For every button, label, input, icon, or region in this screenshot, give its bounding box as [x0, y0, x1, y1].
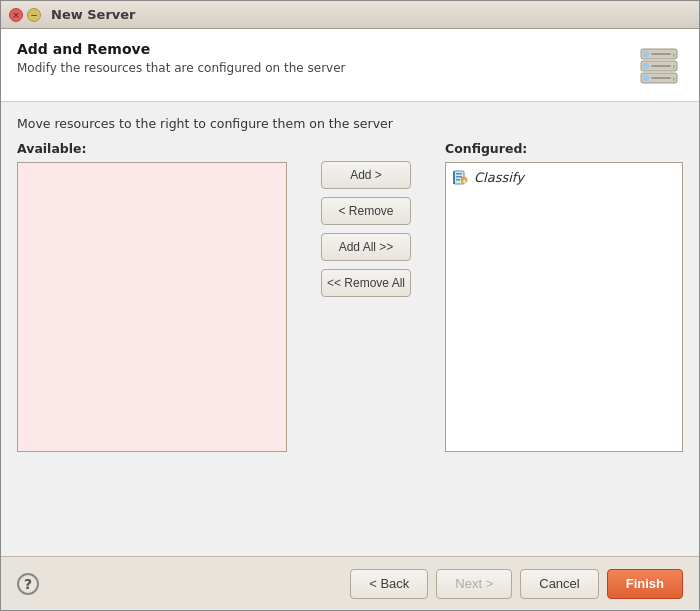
remove-button[interactable]: < Remove [321, 197, 411, 225]
minimize-icon: − [30, 10, 38, 20]
cancel-button[interactable]: Cancel [520, 569, 598, 599]
new-server-dialog: × − New Server Add and Remove Modify the… [0, 0, 700, 611]
instructions-text: Move resources to the right to configure… [17, 116, 683, 131]
panels-row: Available: Add > < Remove Add All >> << … [17, 141, 683, 542]
next-button[interactable]: Next > [436, 569, 512, 599]
help-button[interactable]: ? [17, 573, 39, 595]
svg-rect-7 [673, 65, 675, 69]
footer-left: ? [17, 573, 39, 595]
close-button[interactable]: × [9, 8, 23, 22]
server-icon [635, 41, 683, 89]
minimize-button[interactable]: − [27, 8, 41, 22]
svg-rect-2 [651, 53, 671, 55]
svg-rect-10 [651, 77, 671, 79]
available-list[interactable] [17, 162, 287, 452]
content-area: Move resources to the right to configure… [1, 102, 699, 556]
svg-rect-15 [456, 179, 460, 181]
resource-icon: ★ [452, 169, 468, 185]
help-icon: ? [24, 576, 32, 592]
add-button[interactable]: Add > [321, 161, 411, 189]
titlebar: × − New Server [1, 1, 699, 29]
finish-button[interactable]: Finish [607, 569, 683, 599]
configured-list[interactable]: ★ Classify [445, 162, 683, 452]
remove-all-button[interactable]: << Remove All [321, 269, 411, 297]
close-icon: × [12, 10, 20, 20]
svg-rect-6 [651, 65, 671, 67]
svg-rect-13 [456, 173, 462, 175]
header-section: Add and Remove Modify the resources that… [1, 29, 699, 102]
svg-rect-3 [673, 53, 675, 57]
configured-item: ★ Classify [452, 167, 676, 187]
configured-label: Configured: [445, 141, 683, 156]
window-title: New Server [51, 7, 136, 22]
middle-buttons: Add > < Remove Add All >> << Remove All [287, 141, 445, 297]
svg-rect-1 [643, 51, 649, 57]
window-controls: × − [9, 8, 41, 22]
svg-rect-16 [453, 171, 455, 184]
available-panel: Available: [17, 141, 287, 452]
svg-rect-11 [673, 77, 675, 81]
svg-rect-5 [643, 63, 649, 69]
svg-text:★: ★ [462, 178, 467, 184]
footer: ? < Back Next > Cancel Finish [1, 556, 699, 610]
back-button[interactable]: < Back [350, 569, 428, 599]
footer-right: < Back Next > Cancel Finish [350, 569, 683, 599]
available-label: Available: [17, 141, 287, 156]
header-title: Add and Remove [17, 41, 346, 57]
classify-label: Classify [474, 170, 524, 185]
svg-rect-9 [643, 75, 649, 81]
header-text: Add and Remove Modify the resources that… [17, 41, 346, 75]
header-subtitle: Modify the resources that are configured… [17, 61, 346, 75]
add-all-button[interactable]: Add All >> [321, 233, 411, 261]
configured-panel: Configured: ★ Classify [445, 141, 683, 452]
